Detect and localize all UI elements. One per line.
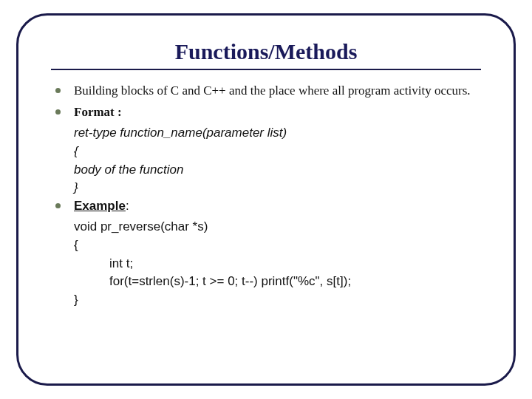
example-line: int t; (109, 255, 481, 273)
slide-frame: Functions/Methods Building blocks of C a… (16, 13, 516, 386)
bullet-item: Building blocks of C and C++ and the pla… (55, 82, 481, 100)
example-line: for(t=strlen(s)-1; t >= 0; t--) printf("… (109, 273, 481, 291)
bullet-text: Building blocks of C and C++ and the pla… (74, 82, 481, 100)
slide-title: Functions/Methods (51, 39, 481, 64)
bullet-icon (55, 203, 61, 208)
example-label: Example (74, 199, 126, 213)
bullet-text: Format : (74, 103, 481, 122)
format-label: Format : (74, 105, 122, 119)
bullet-icon (55, 109, 61, 115)
slide-content: Building blocks of C and C++ and the pla… (51, 82, 481, 310)
bullet-text: Example: (74, 197, 481, 216)
format-line: ret-type function_name(parameter list) (74, 124, 481, 143)
example-line: void pr_reverse(char *s) (74, 218, 481, 236)
title-underline (51, 69, 481, 70)
format-block: ret-type function_name(parameter list) {… (74, 124, 481, 197)
bullet-item: Example: (55, 197, 481, 216)
bullet-icon (55, 88, 61, 93)
example-line: } (74, 291, 481, 310)
format-line: { (74, 143, 481, 161)
example-block: void pr_reverse(char *s) { int t; for(t=… (74, 218, 481, 309)
format-line: } (74, 179, 481, 197)
bullet-item: Format : (55, 103, 481, 122)
example-colon: : (126, 199, 129, 213)
example-line: { (74, 236, 481, 255)
format-line: body of the function (74, 161, 481, 180)
